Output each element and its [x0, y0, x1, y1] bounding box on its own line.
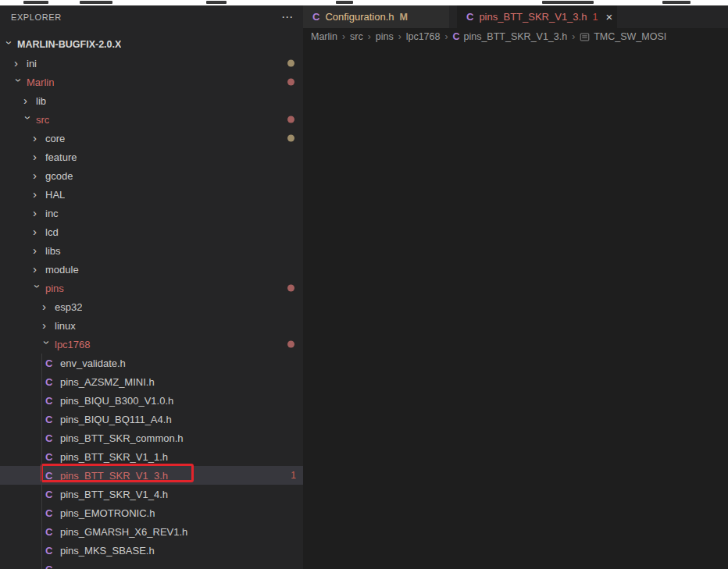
explorer-title: EXPLORER — [11, 12, 62, 22]
tree-item-folder[interactable]: ›linux — [0, 316, 303, 335]
code-line — [303, 85, 728, 101]
code-line — [303, 249, 728, 265]
tree-item-file[interactable]: C — [0, 560, 303, 569]
tab-separator — [449, 5, 457, 28]
chevron-right-icon: › — [33, 171, 42, 180]
chevron-down-icon: › — [33, 284, 42, 293]
chevron-right-icon: › — [14, 59, 23, 68]
chevron-right-icon: › — [23, 96, 33, 105]
tree-item-file[interactable]: Cpins_BTT_SKR_common.h — [0, 429, 303, 447]
breadcrumb-item[interactable]: lpc1768 — [406, 31, 441, 42]
breadcrumb-item[interactable]: pins — [376, 31, 394, 42]
c-file-icon: C — [45, 564, 55, 569]
close-icon[interactable]: × — [605, 11, 612, 23]
tree-item-folder[interactable]: ›lcd — [0, 222, 303, 241]
c-file-icon: C — [312, 11, 319, 23]
code-line — [303, 200, 728, 216]
c-file-icon: C — [45, 357, 55, 369]
code-line — [303, 462, 728, 478]
code-line — [303, 446, 728, 462]
tree-item-label: libs — [45, 245, 61, 257]
chevron-right-icon: › — [33, 208, 42, 218]
c-file-icon: C — [45, 432, 55, 444]
code-line — [303, 69, 728, 85]
c-file-icon: C — [466, 11, 473, 23]
c-file-icon: C — [45, 414, 55, 425]
code-line — [303, 167, 728, 183]
tree-item-folder[interactable]: ›core — [0, 129, 303, 148]
symbol-icon — [580, 32, 590, 42]
breadcrumb-item[interactable]: Marlin — [311, 31, 337, 42]
tree-item-folder[interactable]: ›inc — [0, 204, 303, 222]
tree-item-label: Marlin — [27, 76, 54, 88]
error-dot-badge — [287, 285, 294, 292]
tree-item-label: pins_BTT_SKR_V1_4.h — [60, 489, 168, 500]
tree-item-label: pins_BTT_SKR_V1_1.h — [60, 451, 168, 463]
chevron-down-icon: › — [23, 116, 33, 125]
tree-item-label: pins — [45, 283, 64, 294]
c-file-icon: C — [45, 470, 55, 482]
breadcrumb-separator: › — [368, 31, 371, 42]
code-line — [303, 52, 728, 69]
breadcrumb-item[interactable]: src — [350, 31, 363, 42]
tree-item-folder[interactable]: ›HAL — [0, 185, 303, 204]
tree-item-file[interactable]: Cpins_GMARSH_X6_REV1.h — [0, 522, 303, 541]
tree-item-file[interactable]: Cpins_BIQU_BQ111_A4.h — [0, 410, 303, 429]
tree-item-file[interactable]: Cpins_BTT_SKR_V1_4.h — [0, 485, 303, 503]
tree-item-file[interactable]: Cenv_validate.h — [0, 354, 303, 372]
error-dot-badge — [287, 79, 294, 86]
tree-item-file[interactable]: Cpins_EMOTRONIC.h — [0, 503, 303, 522]
code-line — [303, 331, 728, 347]
tree-item-label: pins_MKS_SBASE.h — [60, 545, 155, 557]
tree-item-label: pins_BTT_SKR_common.h — [60, 432, 184, 444]
tree-item-folder[interactable]: ›lib — [0, 91, 303, 110]
chevron-right-icon: › — [33, 133, 42, 143]
tab-configuration-h[interactable]: C Configuration.h M — [303, 5, 449, 28]
tab-pins-btt-skr-v1-3-h[interactable]: C pins_BTT_SKR_V1_3.h 1 × — [457, 5, 617, 28]
tree-item-folder[interactable]: ›esp32 — [0, 297, 303, 316]
tree-item-folder[interactable]: ›module — [0, 260, 303, 279]
chevron-right-icon: › — [33, 265, 42, 274]
tree-item-folder[interactable]: ›ini — [0, 54, 303, 73]
code-line — [303, 495, 728, 511]
tree-item-file[interactable]: Cpins_BTT_SKR_V1_1.h — [0, 447, 303, 466]
chevron-down-icon: › — [14, 78, 23, 87]
breadcrumb-separator: › — [572, 31, 575, 42]
tree-item-label: pins_AZSMZ_MINI.h — [60, 376, 155, 388]
code-line — [303, 298, 728, 315]
breadcrumb-file[interactable]: pins_BTT_SKR_V1_3.h — [463, 31, 567, 42]
tree-item-folder[interactable]: ›src — [0, 110, 303, 129]
code-line — [303, 265, 728, 282]
editor-group: C Configuration.h M C pins_BTT_SKR_V1_3.… — [303, 5, 728, 569]
c-file-icon: C — [45, 395, 55, 407]
code-line — [303, 282, 728, 298]
breadcrumb-symbol[interactable]: TMC_SW_MOSI — [594, 31, 666, 42]
tree-item-label: core — [45, 133, 65, 144]
tree-item-folder[interactable]: ›feature — [0, 148, 303, 166]
breadcrumb: Marlin› src› pins› lpc1768› C pins_BTT_S… — [303, 28, 728, 45]
tree-item-folder[interactable]: ›MARLIN-BUGFIX-2.0.X — [0, 35, 303, 54]
modified-badge: M — [400, 12, 408, 23]
tree-item-folder[interactable]: ›pins — [0, 279, 303, 297]
c-file-icon: C — [45, 376, 55, 388]
tree-item-folder[interactable]: ›Marlin — [0, 73, 303, 91]
tree-item-folder[interactable]: ›gcode — [0, 166, 303, 185]
c-file-icon: C — [452, 31, 459, 42]
tree-item-label: inc — [45, 208, 59, 219]
tree-item-file[interactable]: Cpins_MKS_SBASE.h — [0, 541, 303, 560]
tree-item-folder[interactable]: ›libs — [0, 241, 303, 260]
code-line — [303, 364, 728, 380]
c-file-icon: C — [45, 545, 55, 557]
chevron-right-icon: › — [33, 190, 42, 199]
tree-item-folder[interactable]: ›lpc1768 — [0, 335, 303, 354]
tree-item-label: pins_BIQU_BQ111_A4.h — [60, 414, 172, 425]
more-actions-icon[interactable]: ⋯ — [281, 10, 294, 24]
tree-item-file[interactable]: Cpins_BIQU_B300_V1.0.h — [0, 391, 303, 410]
breadcrumb-separator: › — [398, 31, 401, 42]
explorer-sidebar: EXPLORER ⋯ ›MARLIN-BUGFIX-2.0.X›ini›Marl… — [0, 5, 303, 569]
code-editor[interactable] — [303, 45, 728, 569]
vscode-window: EXPLORER ⋯ ›MARLIN-BUGFIX-2.0.X›ini›Marl… — [0, 0, 728, 569]
tree-item-label: pins_BTT_SKR_V1_3.h — [60, 470, 168, 482]
tree-item-file[interactable]: Cpins_AZSMZ_MINI.h — [0, 372, 303, 391]
tree-item-file[interactable]: Cpins_BTT_SKR_V1_3.h1 — [0, 466, 303, 485]
